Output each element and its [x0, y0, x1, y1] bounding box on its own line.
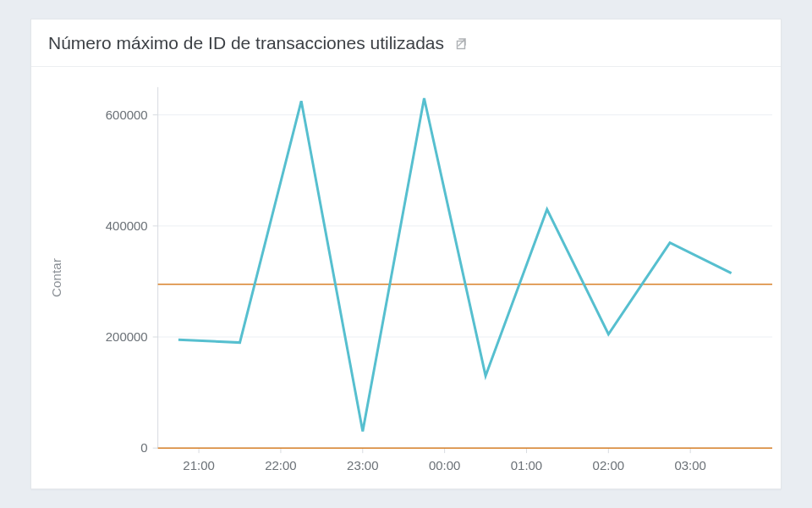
svg-text:22:00: 22:00	[265, 458, 296, 472]
card-title: Número máximo de ID de transacciones uti…	[48, 33, 444, 53]
svg-text:0: 0	[140, 440, 147, 455]
svg-text:600000: 600000	[106, 108, 148, 122]
svg-text:400000: 400000	[106, 218, 148, 233]
svg-text:02:00: 02:00	[593, 458, 624, 472]
chart-card: Número máximo de ID de transacciones uti…	[30, 19, 782, 489]
svg-text:23:00: 23:00	[347, 458, 378, 472]
svg-text:00:00: 00:00	[429, 458, 460, 472]
svg-text:03:00: 03:00	[674, 458, 705, 472]
svg-rect-0	[458, 41, 465, 48]
svg-text:200000: 200000	[106, 329, 148, 344]
svg-text:21:00: 21:00	[183, 458, 214, 472]
card-header: Número máximo de ID de transacciones uti…	[31, 19, 781, 67]
line-chart: 020000040000060000021:0022:0023:0000:000…	[31, 67, 781, 489]
svg-text:01:00: 01:00	[511, 458, 542, 472]
open-external-icon[interactable]	[456, 36, 469, 50]
plot-area: Contar 020000040000060000021:0022:0023:0…	[31, 67, 781, 489]
